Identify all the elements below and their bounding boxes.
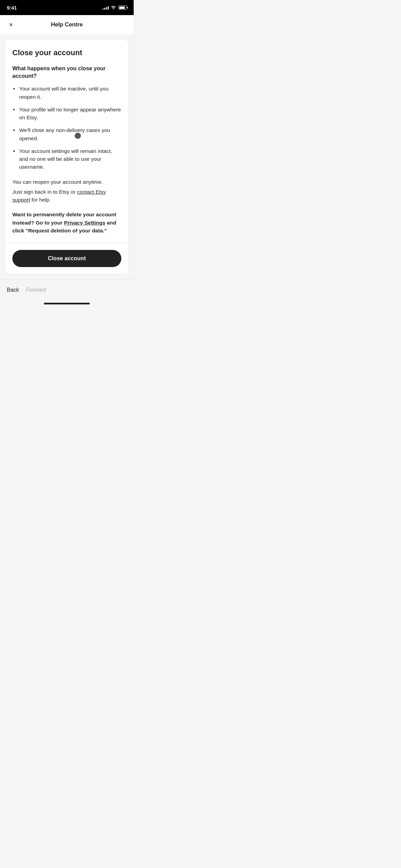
bullet-list: Your account will be inactive, until you… xyxy=(12,85,121,171)
list-item: Your profile will no longer appear anywh… xyxy=(12,106,121,122)
wifi-icon xyxy=(111,5,116,10)
status-time: 9:41 xyxy=(7,5,17,11)
divider xyxy=(5,243,128,243)
list-item: Your account will be inactive, until you… xyxy=(12,85,121,101)
battery-icon xyxy=(118,5,127,10)
reopen-text: You can reopen your account anytime. xyxy=(12,178,121,186)
home-bar xyxy=(44,303,90,304)
section-heading: What happens when you close your account… xyxy=(12,65,121,80)
content-card: Close your account What happens when you… xyxy=(5,40,128,274)
card-title: Close your account xyxy=(12,48,121,58)
list-item: Your account settings will remain intact… xyxy=(12,147,121,171)
main-content: Close your account What happens when you… xyxy=(0,34,134,279)
forward-button: Forward xyxy=(26,287,46,293)
signal-icon xyxy=(102,5,109,10)
back-button[interactable]: Back xyxy=(7,287,19,293)
status-icons xyxy=(102,5,127,10)
delete-text: Want to permanently delete your account … xyxy=(12,210,121,234)
close-account-button[interactable]: Close account xyxy=(12,250,121,267)
bottom-nav: Back Forward xyxy=(0,279,134,300)
status-bar: 9:41 xyxy=(0,0,134,15)
close-button[interactable]: × xyxy=(5,19,16,30)
header-title: Help Centre xyxy=(51,21,83,28)
privacy-settings-link[interactable]: Privacy Settings xyxy=(64,220,106,226)
header: × Help Centre xyxy=(0,15,134,34)
support-text: Just sign back in to Etsy or contact Ets… xyxy=(12,188,121,204)
home-indicator xyxy=(0,300,134,306)
list-item: We'll close any non-delivery cases you o… xyxy=(12,126,121,142)
